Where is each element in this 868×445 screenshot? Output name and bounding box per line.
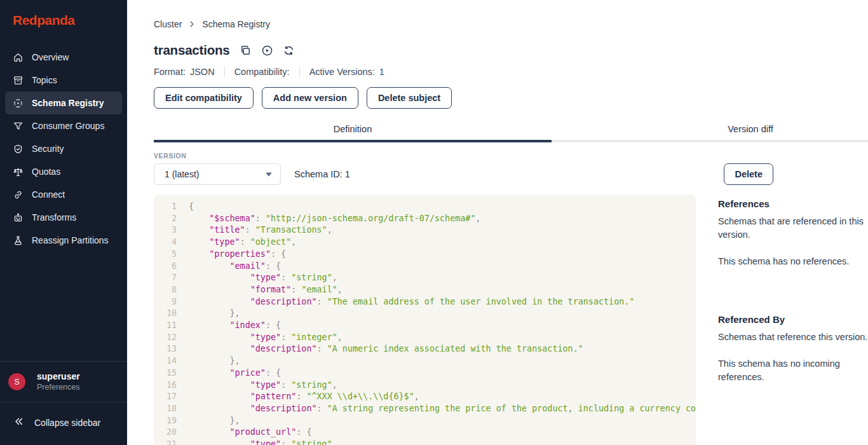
- user-section[interactable]: S superuser Preferences: [0, 362, 127, 402]
- refresh-icon[interactable]: [283, 44, 295, 57]
- sidebar-item-label: Connect: [32, 189, 65, 200]
- collapse-sidebar-label: Collapse sidebar: [34, 418, 100, 428]
- topics-icon: [13, 75, 24, 86]
- tab-version-diff[interactable]: Version diff: [552, 120, 868, 140]
- flask-icon: [13, 235, 24, 246]
- sidebar-item-label: Quotas: [32, 167, 60, 177]
- code-line: 18 "description": "A string representing…: [154, 403, 696, 415]
- schema-id-text: Schema ID: 1: [294, 169, 350, 179]
- sidebar-item-topics[interactable]: Topics: [5, 69, 122, 92]
- code-line: 15 "price": {: [154, 367, 696, 380]
- page-title: transactions: [154, 43, 230, 58]
- format-value: JSON: [190, 67, 215, 77]
- tab-definition[interactable]: Definition: [154, 120, 552, 140]
- code-line: 9 "description": "The email address of t…: [154, 296, 696, 308]
- meta-divider: [224, 66, 225, 77]
- code-line: 12 "type": "integer",: [154, 332, 696, 344]
- collapse-sidebar-button[interactable]: Collapse sidebar: [0, 402, 127, 445]
- subject-meta-row: Format: JSON Compatibility: Active Versi…: [154, 66, 868, 77]
- sidebar-item-quotas[interactable]: Quotas: [5, 160, 122, 183]
- code-line: 7 "type": "string",: [154, 272, 696, 284]
- referenced-by-empty-text: This schema has no incoming references.: [718, 357, 868, 384]
- breadcrumb-cluster[interactable]: Cluster: [154, 19, 182, 29]
- chevron-down-icon: [266, 172, 272, 177]
- edit-compatibility-button[interactable]: Edit compatibility: [154, 87, 254, 109]
- code-line: 4 "type": "object",: [154, 236, 696, 249]
- meta-divider: [299, 66, 300, 77]
- play-circle-icon[interactable]: [261, 44, 273, 57]
- sidebar-item-transforms[interactable]: Transforms: [5, 206, 122, 229]
- sidebar-item-consumer-groups[interactable]: Consumer Groups: [5, 114, 122, 137]
- user-name: superuser: [37, 371, 80, 382]
- code-line: 20 "product_url": {: [154, 427, 696, 439]
- sidebar-item-connect[interactable]: Connect: [5, 183, 122, 206]
- active-versions-value: 1: [379, 67, 384, 77]
- version-select-value: 1 (latest): [165, 169, 199, 179]
- code-line: 16 "type": "string",: [154, 380, 696, 392]
- link-icon: [13, 189, 24, 200]
- code-line: 13 "description": "A numeric index assoc…: [154, 343, 696, 355]
- filter-icon: [13, 121, 24, 132]
- code-line: 3 "title": "Transactions",: [154, 224, 696, 236]
- sidebar-item-label: Security: [32, 144, 64, 154]
- code-line: 14 },: [154, 355, 696, 367]
- version-row: 1 (latest) Schema ID: 1 Delete: [154, 163, 773, 185]
- schema-code-editor[interactable]: 1{2 "$schema": "http://json-schema.org/d…: [154, 195, 696, 445]
- sidebar-item-label: Schema Registry: [32, 98, 104, 108]
- home-icon: [13, 52, 24, 63]
- compatibility-label: Compatibility:: [234, 67, 290, 77]
- sidebar-spacer: [0, 252, 127, 361]
- chevron-right-icon: [187, 20, 196, 29]
- code-line: 11 "index": {: [154, 320, 696, 332]
- sidebar-item-overview[interactable]: Overview: [5, 46, 122, 69]
- sidebar-item-security[interactable]: Security: [5, 137, 122, 160]
- code-line: 10 },: [154, 308, 696, 320]
- sidebar-item-schema-registry[interactable]: Schema Registry: [5, 92, 122, 114]
- tab-bar: Definition Version diff: [154, 120, 868, 142]
- code-line: 1{: [154, 201, 696, 213]
- sidebar-item-label: Consumer Groups: [32, 121, 104, 131]
- format-label: Format:: [154, 67, 186, 77]
- double-chevron-left-icon: [14, 416, 24, 428]
- main-content: Cluster Schema Registry transactions For…: [127, 0, 868, 445]
- references-title: References: [718, 198, 868, 209]
- version-label: VERSION: [154, 152, 868, 160]
- scales-icon: [13, 167, 24, 177]
- code-line: 17 "pattern": "^XXX \\d+\\.\\d{6}$",: [154, 391, 696, 403]
- code-line: 19 },: [154, 415, 696, 427]
- delete-version-button[interactable]: Delete: [724, 163, 773, 185]
- sidebar-item-label: Overview: [32, 52, 69, 62]
- shield-check-icon: [13, 144, 24, 154]
- title-row: transactions: [154, 43, 868, 58]
- sidebar: Redpanda Overview Topics Schema Registry…: [0, 0, 127, 445]
- breadcrumb: Cluster Schema Registry: [154, 0, 868, 29]
- redpanda-logo: Redpanda: [0, 0, 127, 32]
- code-line: 6 "email": {: [154, 261, 696, 273]
- preferences-link[interactable]: Preferences: [37, 382, 80, 393]
- references-empty-text: This schema has no references.: [718, 255, 868, 268]
- active-versions-label: Active Versions:: [309, 67, 375, 77]
- robot-icon: [13, 212, 24, 223]
- code-line: 2 "$schema": "http://json-schema.org/dra…: [154, 213, 696, 225]
- breadcrumb-schema-registry[interactable]: Schema Registry: [202, 19, 270, 29]
- code-line: 5 "properties": {: [154, 249, 696, 261]
- references-description: Schemas that are referenced in this vers…: [718, 215, 868, 242]
- version-select[interactable]: 1 (latest): [154, 163, 281, 185]
- sidebar-item-label: Topics: [32, 75, 57, 85]
- sidebar-item-label: Reassign Partitions: [32, 235, 109, 245]
- references-panel: References Schemas that are referenced i…: [718, 195, 868, 384]
- actions-row: Edit compatibility Add new version Delet…: [154, 87, 868, 109]
- copy-icon[interactable]: [240, 44, 252, 57]
- referenced-by-description: Schemas that reference this version.: [718, 331, 868, 344]
- avatar[interactable]: S: [8, 373, 25, 390]
- code-line: 21 "type": "string",: [154, 439, 696, 445]
- schema-registry-icon: [13, 98, 24, 109]
- sidebar-item-reassign-partitions[interactable]: Reassign Partitions: [5, 229, 122, 252]
- delete-subject-button[interactable]: Delete subject: [367, 87, 452, 109]
- sidebar-item-label: Transforms: [32, 212, 76, 222]
- add-new-version-button[interactable]: Add new version: [262, 87, 358, 109]
- referenced-by-title: Referenced By: [718, 314, 868, 325]
- code-line: 8 "format": "email",: [154, 284, 696, 296]
- sidebar-nav: Overview Topics Schema Registry Consumer…: [0, 46, 127, 252]
